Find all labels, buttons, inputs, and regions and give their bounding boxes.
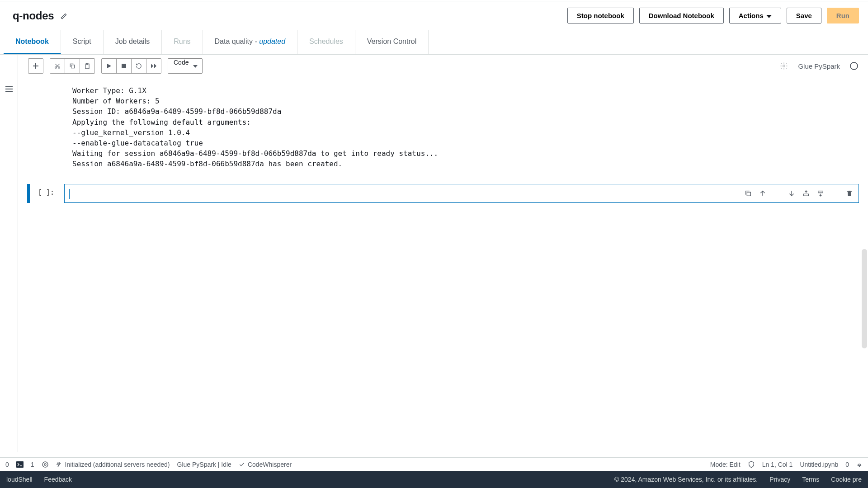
status-zero: 0	[5, 461, 9, 468]
add-cell-button[interactable]	[28, 58, 43, 74]
svg-rect-9	[818, 191, 823, 192]
aws-footer: loudShell Feedback © 2024, Amazon Web Se…	[0, 471, 868, 488]
save-button[interactable]: Save	[787, 8, 821, 23]
kernel-label: Glue PySpark	[798, 62, 840, 70]
terms-link[interactable]: Terms	[802, 476, 819, 483]
cell-input[interactable]	[65, 190, 739, 197]
restart-button[interactable]	[131, 58, 146, 74]
cell-input-body[interactable]	[64, 184, 859, 203]
tab-job-details[interactable]: Job details	[104, 30, 162, 54]
actions-button[interactable]: Actions	[729, 8, 781, 23]
status-bar: 0 1 Initialized (additional servers need…	[0, 457, 868, 471]
celltype-select[interactable]: Code	[168, 58, 203, 74]
tab-script[interactable]: Script	[61, 30, 104, 54]
run-button[interactable]: Run	[827, 8, 859, 23]
svg-rect-7	[747, 192, 750, 196]
tab-data-quality[interactable]: Data quality - updated	[203, 30, 298, 54]
svg-rect-2	[71, 65, 75, 68]
cut-button[interactable]	[50, 58, 65, 74]
feedback-link[interactable]: Feedback	[44, 476, 72, 483]
cell-prompt: [ ]:	[38, 184, 64, 203]
terminal-icon[interactable]	[16, 461, 24, 468]
stop-notebook-button[interactable]: Stop notebook	[567, 8, 634, 23]
insert-above-icon[interactable]	[800, 187, 812, 200]
move-down-icon[interactable]	[785, 187, 798, 200]
kernel-status: Glue PySpark | Idle	[177, 461, 231, 468]
notebook-toolbar: Code Glue PySpark	[28, 58, 858, 74]
tab-notebook[interactable]: Notebook	[4, 30, 61, 54]
code-cell[interactable]: [ ]:	[27, 184, 859, 203]
svg-point-11	[44, 464, 46, 465]
tab-schedules: Schedules	[297, 30, 355, 54]
tab-version-control[interactable]: Version Control	[355, 30, 429, 54]
output-text: Worker Type: G.1X Number of Workers: 5 S…	[72, 85, 859, 169]
side-rail	[0, 55, 18, 452]
insert-below-icon[interactable]	[814, 187, 827, 200]
title-bar: q-nodes Stop notebook Download Notebook …	[0, 1, 868, 30]
scrollbar[interactable]	[862, 249, 867, 348]
tabs: Notebook Script Job details Runs Data qu…	[0, 30, 868, 55]
mode-status: Mode: Edit	[710, 461, 741, 468]
cell-active-marker	[27, 184, 30, 203]
delete-cell-icon[interactable]	[843, 187, 856, 200]
duplicate-cell-icon[interactable]	[742, 187, 755, 200]
svg-point-6	[783, 65, 785, 67]
move-up-icon[interactable]	[756, 187, 769, 200]
download-notebook-button[interactable]: Download Notebook	[639, 8, 724, 23]
run-cell-button[interactable]	[101, 58, 117, 74]
page-title: q-nodes	[13, 9, 54, 22]
text-cursor	[69, 189, 70, 199]
codewhisperer-status: CodeWhisperer	[239, 461, 292, 468]
settings-status-icon[interactable]	[42, 461, 49, 468]
kernel-status-icon	[850, 62, 858, 70]
cloudshell-link[interactable]: loudShell	[6, 476, 33, 483]
paste-button[interactable]	[80, 58, 95, 74]
privacy-link[interactable]: Privacy	[769, 476, 790, 483]
bell-icon[interactable]	[856, 461, 863, 468]
copy-button[interactable]	[65, 58, 80, 74]
stop-cell-button[interactable]	[116, 58, 132, 74]
svg-rect-10	[16, 461, 24, 468]
server-status: Initialized (additional servers needed)	[56, 461, 170, 468]
lncol-status: Ln 1, Col 1	[762, 461, 793, 468]
cookie-link[interactable]: Cookie pre	[831, 476, 862, 483]
svg-point-12	[42, 462, 48, 467]
copyright: © 2024, Amazon Web Services, Inc. or its…	[614, 476, 758, 483]
svg-rect-8	[804, 194, 809, 196]
svg-rect-5	[122, 64, 126, 68]
tab-runs: Runs	[162, 30, 203, 54]
status-right-num: 0	[845, 461, 849, 468]
filename-status: Untitled.ipynb	[800, 461, 838, 468]
fast-forward-button[interactable]	[146, 58, 161, 74]
edit-icon[interactable]	[60, 12, 68, 20]
output-cell: Worker Type: G.1X Number of Workers: 5 S…	[72, 82, 859, 180]
gear-icon[interactable]	[776, 58, 792, 74]
shield-icon[interactable]	[748, 461, 755, 468]
status-one: 1	[31, 461, 34, 468]
toc-icon[interactable]	[5, 86, 13, 92]
